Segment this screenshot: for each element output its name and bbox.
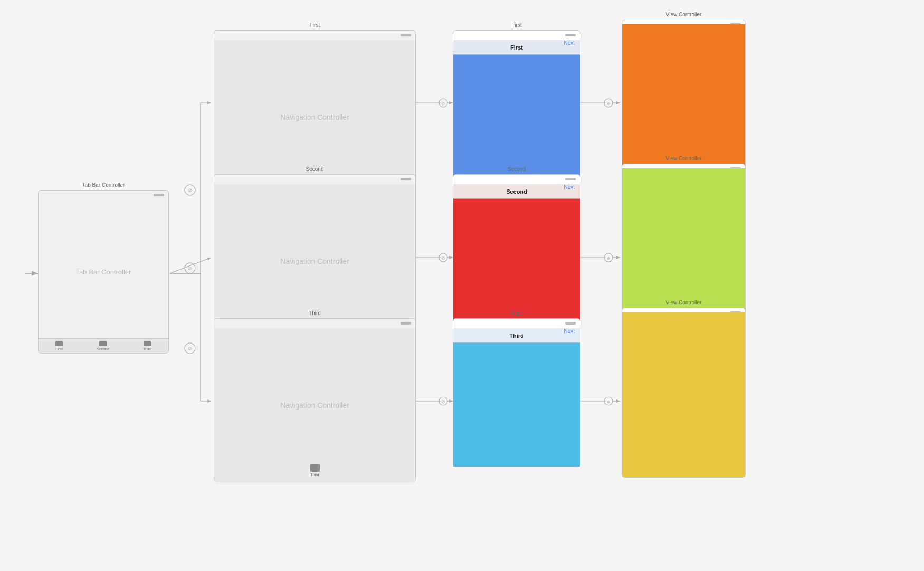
svg-text:⊕: ⊕ — [607, 101, 611, 106]
rv3-cyan-content — [453, 343, 580, 467]
svg-text:⊘: ⊘ — [188, 346, 192, 351]
nav-controller-2-title: Second — [214, 166, 415, 172]
rv2-red-content — [453, 199, 580, 322]
nav3-tab-icon — [310, 464, 320, 472]
tab-label-first: First — [55, 347, 63, 351]
tab-label-third: Third — [143, 347, 151, 351]
svg-text:⊕: ⊕ — [607, 399, 611, 404]
rv1-blue-content — [453, 55, 580, 178]
svg-point-4 — [185, 185, 195, 195]
svg-text:⊕: ⊕ — [607, 256, 611, 261]
root-view-2-title: Second — [453, 166, 580, 172]
svg-point-19 — [439, 397, 447, 405]
svg-point-6 — [185, 263, 195, 273]
status-bar-nav3 — [401, 322, 411, 325]
rv2-next-btn[interactable]: Next — [564, 184, 575, 190]
nav-controller-3-inner: Navigation Controller — [214, 328, 415, 482]
status-bar-1 — [154, 194, 164, 196]
tab-bar-controller-frame: Tab Bar Controller Tab Bar Controller Fi… — [38, 190, 169, 354]
status-bar-nav2 — [401, 178, 411, 180]
svg-point-23 — [604, 99, 613, 107]
nav3-tab-label: Third — [310, 473, 320, 477]
tab-label-second: Second — [97, 347, 109, 351]
svg-point-8 — [185, 343, 195, 354]
svg-point-27 — [604, 253, 613, 262]
status-bar-rv3 — [565, 322, 576, 325]
svg-line-3 — [170, 258, 211, 273]
tab-icon-second — [99, 341, 107, 346]
canvas: ⊘ ⊘ ⊘ ⊘ ⊘ ⊘ ⊕ ⊕ ⊕ — [0, 0, 924, 571]
rv1-nav-title: First — [510, 44, 523, 51]
tab-item-second: Second — [97, 341, 109, 351]
second-nav-bar: Second Next — [453, 184, 580, 199]
nav-controller-1-title: First — [214, 22, 415, 28]
tab-item-third: Third — [143, 341, 151, 351]
status-bar-rv2 — [565, 178, 576, 180]
svg-text:⊘: ⊘ — [188, 265, 192, 271]
tab-icon-third — [144, 341, 151, 346]
svg-point-11 — [439, 99, 447, 107]
root-view-1-frame: First First Next — [453, 30, 580, 179]
tab-bar-label: Tab Bar Controller — [76, 268, 131, 276]
status-bar-nav1 — [401, 34, 411, 36]
nav-controller-3-title: Third — [214, 310, 415, 316]
svg-text:⊘: ⊘ — [441, 101, 445, 106]
rv1-next-btn[interactable]: Next — [564, 40, 575, 46]
detail-view-3-frame: View Controller — [622, 308, 746, 478]
dv3-yellow-content — [622, 312, 745, 477]
svg-text:⊘: ⊘ — [441, 399, 445, 404]
nav-controller-2-label: Navigation Controller — [280, 257, 349, 265]
tab-icon-first — [55, 341, 63, 346]
rv2-nav-title: Second — [506, 188, 527, 195]
rv3-nav-title: Third — [509, 332, 524, 339]
detail-view-1-title: View Controller — [622, 12, 745, 17]
status-bar-rv1 — [565, 34, 576, 36]
root-view-2-frame: Second Second Next — [453, 174, 580, 323]
nav-controller-1-label: Navigation Controller — [280, 113, 349, 121]
svg-text:⊘: ⊘ — [441, 255, 445, 261]
tab-bar-controller-title: Tab Bar Controller — [39, 182, 168, 188]
nav-controller-3-label: Navigation Controller — [280, 401, 349, 410]
svg-point-15 — [439, 253, 447, 262]
detail-view-2-title: View Controller — [622, 156, 745, 161]
third-nav-bar: Third Next — [453, 328, 580, 343]
svg-text:⊘: ⊘ — [188, 187, 192, 193]
svg-point-31 — [604, 397, 613, 405]
tab-item-first: First — [55, 341, 63, 351]
rv3-next-btn[interactable]: Next — [564, 328, 575, 334]
root-view-3-frame: Third Third Next — [453, 318, 580, 467]
tab-bar: First Second Third — [39, 338, 168, 353]
root-view-1-title: First — [453, 22, 580, 28]
nav-controller-3-frame: Third Navigation Controller Third — [214, 318, 416, 482]
detail-view-3-title: View Controller — [622, 300, 745, 306]
root-view-3-title: Third — [453, 310, 580, 316]
first-nav-bar: First Next — [453, 40, 580, 55]
